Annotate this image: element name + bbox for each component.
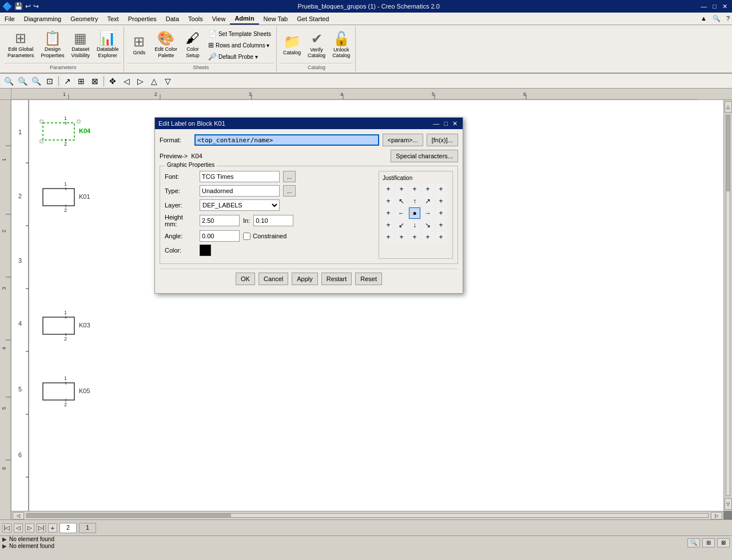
just-se-button[interactable]: ↘ [422,219,433,231]
h-scroll-track[interactable] [26,513,709,518]
select-button[interactable]: ↗ [61,75,74,87]
param-button[interactable]: <param>... [383,134,423,146]
v-scroll-track[interactable] [726,115,730,496]
edit-color-palette-button[interactable]: 🎨 Edit ColorPalette [152,27,180,62]
menu-getstarted[interactable]: Get Started [292,13,333,25]
nav-plus-button[interactable]: + [48,523,57,533]
pan-button[interactable]: ✥ [106,75,119,87]
just-nw-button[interactable]: ↖ [396,195,407,207]
just-b3-button[interactable]: + [409,231,420,243]
special-chars-button[interactable]: Special characters... [391,150,458,162]
menu-file[interactable]: File [0,13,19,25]
ribbon-collapse-btn[interactable]: ▲ [698,15,709,22]
menu-admin[interactable]: Admin [230,13,258,25]
just-m4-button[interactable]: + [435,219,447,231]
datatable-explorer-button[interactable]: 📊 DatatableExplorer [94,27,122,62]
just-w-button[interactable]: + [383,207,394,219]
menu-data[interactable]: Data [161,13,184,25]
just-m2-button[interactable]: + [435,195,447,207]
zoom-area-button[interactable]: ⊡ [43,75,56,87]
drawing-sheet[interactable]: 1 2 K04 1 2 K01 1 2 [11,100,723,511]
ribbon-help-btn[interactable]: ? [724,15,732,22]
font-browse-button[interactable]: ... [283,171,296,182]
just-top-button[interactable]: + [422,183,433,195]
just-m1-button[interactable]: + [383,195,394,207]
format-input[interactable] [194,134,379,146]
quick-access-redo[interactable]: ↪ [33,2,39,10]
up-button[interactable]: △ [148,75,160,87]
scroll-left-button[interactable]: ◁ [13,512,24,519]
just-ne-button[interactable]: ↗ [422,195,433,207]
maximize-button[interactable]: □ [710,3,719,10]
apply-button[interactable]: Apply [292,273,318,285]
quick-access-undo[interactable]: ↩ [25,2,31,10]
type-browse-button[interactable]: ... [283,185,296,197]
just-left-button[interactable]: ← [396,207,407,219]
scroll-up-button[interactable]: △ [725,101,732,113]
edit-label-dialog[interactable]: Edit Label on Block K01 — □ ✕ Format: [154,117,463,294]
nav-next-button[interactable]: ▷ [25,523,34,533]
quick-access-save[interactable]: 💾 [14,2,23,10]
menu-newtab[interactable]: New Tab [259,13,293,25]
grids-button[interactable]: ⊞ Grids [128,27,150,62]
status-snap-btn[interactable]: ⊠ [717,538,730,547]
menu-tools[interactable]: Tools [184,13,208,25]
page-current-input[interactable] [59,523,77,533]
set-template-sheets-button[interactable]: 📄 Set Template Sheets [205,29,274,39]
zoom-fit-button[interactable]: 🔍 [2,75,15,87]
zoom-out-button[interactable]: 🔍 [16,75,29,87]
ribbon-search-btn[interactable]: 🔍 [710,15,723,22]
catalog-button[interactable]: 📁 Catalog [280,27,304,62]
scroll-down-button[interactable]: ▽ [725,498,732,510]
just-top-center-button[interactable]: + [396,183,407,195]
just-s-button[interactable]: ↓ [409,219,420,231]
edit-global-parameters-button[interactable]: ⊞ Edit GlobalParameters [5,27,37,62]
in-input[interactable] [253,215,293,226]
design-properties-button[interactable]: 📋 DesignProperties [38,27,67,62]
font-input[interactable] [200,171,280,182]
just-n-button[interactable]: ↑ [409,195,420,207]
just-b4-button[interactable]: + [422,231,433,243]
zoom-in-button[interactable]: 🔍 [30,75,42,87]
just-b5-button[interactable]: + [435,231,447,243]
nav-last-button[interactable]: ▷| [37,523,46,533]
type-input[interactable] [200,185,280,197]
just-top-left-button[interactable]: + [383,183,394,195]
nav-prev-button[interactable]: ◁ [14,523,23,533]
close-button[interactable]: ✕ [720,3,730,10]
height-input[interactable] [200,215,240,226]
color-swatch[interactable] [200,245,211,256]
scroll-right-button[interactable]: ▷ [711,512,722,519]
just-center-button[interactable]: ● [409,207,420,219]
status-grid-btn[interactable]: ⊞ [702,538,715,547]
just-b1-button[interactable]: + [383,231,394,243]
rows-columns-button[interactable]: ⊞ Rows and Columns ▾ [205,40,274,50]
canvas-container[interactable]: 1 2 3 4 5 6 1 2 3 [0,89,732,519]
just-e-button[interactable]: + [435,207,447,219]
menu-text[interactable]: Text [102,13,123,25]
color-setup-button[interactable]: 🖌 ColorSetup [181,27,204,62]
h-scrollbar[interactable]: ◁ ▷ [11,511,723,519]
verify-catalog-button[interactable]: ✔ VerifyCatalog [305,27,328,62]
just-m3-button[interactable]: + [383,219,394,231]
reset-button[interactable]: Reset [355,273,382,285]
layer-select[interactable]: DEF_LABELS [200,199,280,211]
unlock-catalog-button[interactable]: 🔓 UnlockCatalog [329,27,353,62]
angle-input[interactable] [200,230,240,242]
just-right-button[interactable]: → [422,207,433,219]
default-probe-button[interactable]: 🔎 Default Probe ▾ [205,51,274,62]
next-button[interactable]: ▷ [134,75,146,87]
v-scroll-thumb[interactable] [726,115,730,191]
restart-button[interactable]: Restart [321,273,352,285]
down-button[interactable]: ▽ [161,75,174,87]
fn-button[interactable]: [fn(x)]... [427,134,458,146]
v-scrollbar[interactable]: △ ▽ [723,100,732,511]
just-tr-button[interactable]: + [435,183,447,195]
h-scroll-thumb[interactable] [27,514,231,517]
menu-geometry[interactable]: Geometry [66,13,102,25]
dialog-restore-button[interactable]: □ [442,120,449,127]
menu-properties[interactable]: Properties [124,13,161,25]
just-sw-button[interactable]: ↙ [396,219,407,231]
nav-first-button[interactable]: |◁ [2,523,11,533]
menu-diagramming[interactable]: Diagramming [19,13,66,25]
